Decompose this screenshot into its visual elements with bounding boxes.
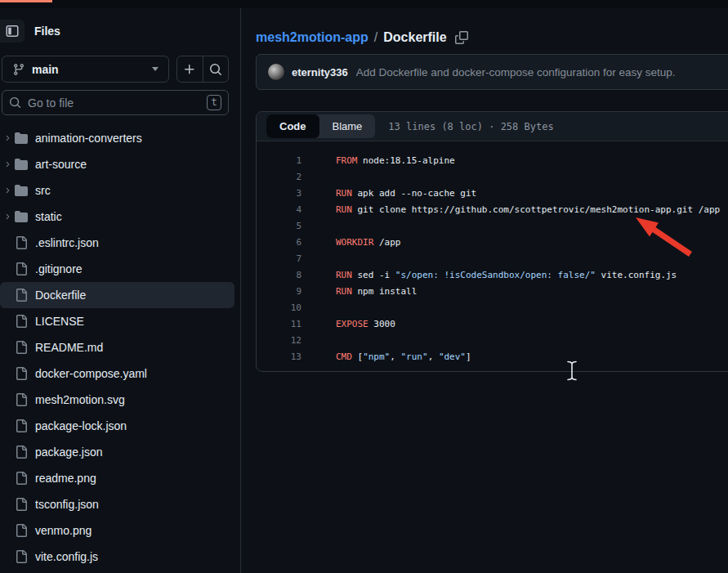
search-tree-button[interactable]: [203, 56, 228, 82]
line-number[interactable]: 4: [257, 204, 301, 215]
file-meta-info: 13 lines (8 loc) · 258 Bytes: [388, 121, 553, 132]
line-number[interactable]: 3: [257, 188, 301, 199]
code-line-8: 8RUN sed -i "s/open: !isCodeSandbox/open…: [257, 266, 728, 283]
line-number[interactable]: 7: [257, 253, 301, 264]
breadcrumb-repo-link[interactable]: mesh2motion-app: [256, 30, 368, 45]
tree-item-Dockerfile[interactable]: Dockerfile: [0, 282, 234, 308]
tree-item-label: art-source: [35, 158, 87, 171]
tree-item-static[interactable]: static: [0, 204, 234, 230]
line-number[interactable]: 9: [257, 286, 301, 297]
line-number[interactable]: 6: [257, 237, 301, 248]
tree-item-label: Dockerfile: [35, 289, 86, 302]
code-line-12: 12: [257, 332, 728, 348]
search-icon: [209, 63, 222, 76]
commit-message[interactable]: Add Dockerfile and docker-compose config…: [356, 66, 676, 78]
folder-icon: [15, 184, 28, 197]
tree-item-tsconfig.json[interactable]: tsconfig.json: [0, 491, 234, 517]
code-text: WORKDIR /app: [336, 237, 400, 248]
file-icon: [15, 524, 28, 537]
line-number[interactable]: 12: [257, 335, 301, 346]
line-number[interactable]: 1: [257, 155, 301, 166]
tree-item-src[interactable]: src: [0, 177, 234, 204]
line-number[interactable]: 2: [257, 172, 301, 182]
tree-item-label: readme.png: [35, 472, 96, 485]
files-title: Files: [34, 25, 60, 38]
line-number[interactable]: 8: [257, 270, 301, 280]
tab-code[interactable]: Code: [266, 114, 319, 138]
tree-item-package-lock.json[interactable]: package-lock.json: [0, 413, 234, 439]
tree-item-readme.png[interactable]: readme.png: [0, 465, 234, 491]
code-line-4: 4RUN git clone https://github.com/scottp…: [257, 201, 728, 217]
new-file-button[interactable]: [177, 56, 203, 82]
code-line-3: 3RUN apk add --no-cache git: [257, 185, 728, 201]
code-text: FROM node:18.15-alpine: [336, 155, 455, 166]
file-icon: [15, 262, 28, 275]
code-text: CMD ["npm", "run", "dev"]: [336, 351, 471, 362]
line-number[interactable]: 13: [257, 351, 301, 362]
tree-item-label: docker-compose.yaml: [35, 367, 147, 380]
file-tree-sidebar: Files main t: [0, 8, 241, 573]
line-number[interactable]: 10: [257, 302, 301, 313]
tree-item-label: tsconfig.json: [35, 498, 99, 511]
copy-path-button[interactable]: [455, 31, 468, 44]
file-view-card: Code Blame 13 lines (8 loc) · 258 Bytes …: [256, 111, 728, 372]
code-line-2: 2: [257, 168, 728, 185]
breadcrumb-file-name: Dockerfile: [383, 30, 446, 45]
tree-item-art-source[interactable]: art-source: [0, 151, 234, 177]
tree-item-label: vite.config.js: [35, 550, 98, 563]
tree-item-docker-compose.yaml[interactable]: docker-compose.yaml: [0, 360, 234, 387]
active-tab-indicator: [0, 0, 52, 2]
line-number[interactable]: 5: [257, 221, 301, 231]
branch-row: main: [2, 56, 234, 83]
code-text: RUN npm install: [336, 286, 417, 297]
file-icon: [15, 289, 28, 302]
tree-item-venmo.png[interactable]: venmo.png: [0, 517, 234, 544]
shortcut-key-hint: t: [207, 95, 221, 110]
tree-item-README.md[interactable]: README.md: [0, 334, 234, 360]
code-text: RUN git clone https://github.com/scottpe…: [336, 204, 720, 215]
tree-item-vite.config.js[interactable]: vite.config.js: [0, 544, 234, 570]
tree-item-label: LICENSE: [35, 315, 84, 328]
code-blame-switcher: Code Blame: [266, 114, 375, 138]
file-icon: [15, 550, 28, 563]
top-bar: [0, 0, 728, 8]
code-line-5: 5: [257, 217, 728, 234]
commit-author-avatar[interactable]: [268, 64, 284, 80]
panel-left-icon: [6, 25, 19, 38]
file-icon: [15, 315, 28, 328]
file-view-header: Code Blame 13 lines (8 loc) · 258 Bytes: [257, 112, 728, 141]
tree-item-label: static: [35, 210, 62, 223]
tree-item-label: animation-converters: [35, 132, 142, 145]
code-lines: 1FROM node:18.15-alpine23RUN apk add --n…: [257, 141, 728, 365]
search-icon: [9, 96, 21, 109]
branch-selector[interactable]: main: [2, 56, 169, 83]
code-line-13: 13CMD ["npm", "run", "dev"]: [257, 348, 728, 365]
folder-icon: [15, 158, 28, 171]
tree-item-.gitignore[interactable]: .gitignore: [0, 256, 234, 282]
tree-item-label: mesh2motion.svg: [35, 393, 125, 406]
tree-item-LICENSE[interactable]: LICENSE: [0, 308, 234, 334]
go-to-file-box[interactable]: t: [2, 90, 229, 115]
tree-item-label: package-lock.json: [35, 419, 127, 432]
commit-author-name[interactable]: eternity336: [292, 66, 348, 78]
file-tree: animation-convertersart-sourcesrcstatic.…: [0, 125, 234, 570]
chevron-right-icon: [2, 186, 13, 195]
line-number[interactable]: 11: [257, 319, 301, 329]
file-icon: [15, 472, 28, 485]
main-content: mesh2motion-app / Dockerfile eternity336…: [242, 8, 728, 573]
tree-item-package.json[interactable]: package.json: [0, 439, 234, 465]
tab-blame[interactable]: Blame: [319, 114, 376, 138]
file-icon: [15, 236, 28, 249]
tree-item-.eslintrc.json[interactable]: .eslintrc.json: [0, 230, 234, 256]
go-to-file-input[interactable]: [28, 96, 207, 110]
code-text: RUN sed -i "s/open: !isCodeSandbox/open:…: [336, 270, 677, 280]
collapse-sidebar-button[interactable]: [0, 20, 25, 43]
code-line-7: 7: [257, 250, 728, 266]
code-text: EXPOSE 3000: [336, 319, 395, 329]
tree-item-mesh2motion.svg[interactable]: mesh2motion.svg: [0, 387, 234, 413]
tree-item-animation-converters[interactable]: animation-converters: [0, 125, 234, 151]
current-branch-name: main: [32, 63, 145, 76]
code-line-9: 9RUN npm install: [257, 283, 728, 299]
latest-commit-bar: eternity336 Add Dockerfile and docker-co…: [256, 54, 728, 90]
plus-icon: [183, 63, 196, 76]
